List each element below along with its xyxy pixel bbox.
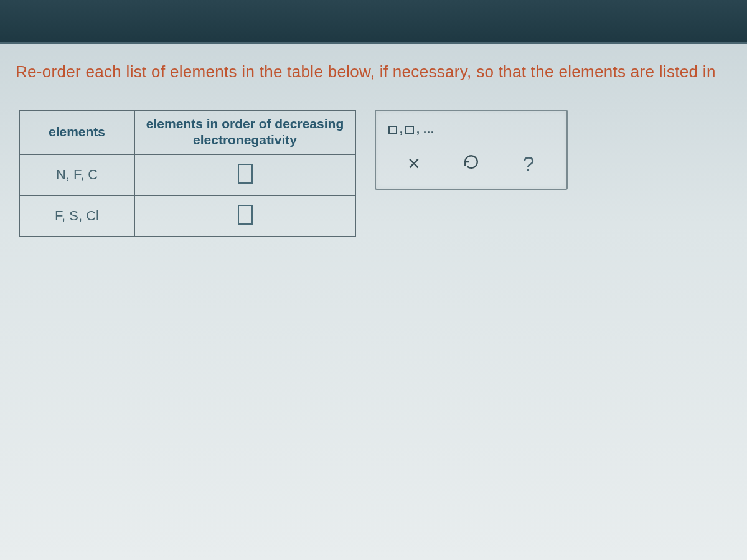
table-row: F, S, Cl bbox=[19, 195, 355, 236]
reset-button[interactable] bbox=[459, 151, 484, 176]
input-pattern-button[interactable]: , , ... bbox=[388, 123, 435, 136]
x-icon: ✕ bbox=[407, 154, 421, 174]
column-header-elements: elements bbox=[19, 110, 134, 154]
clear-button[interactable]: ✕ bbox=[402, 151, 426, 176]
question-prompt: Re-order each list of elements in the ta… bbox=[0, 44, 747, 110]
question-mark-icon: ? bbox=[523, 152, 535, 176]
table-row: N, F, C bbox=[19, 154, 355, 195]
help-button[interactable]: ? bbox=[516, 151, 541, 176]
toolbox-row-actions: ✕ ? bbox=[388, 146, 554, 180]
pattern-dots: ... bbox=[423, 123, 435, 136]
column-header-order: elements in order of decreasing electron… bbox=[134, 110, 355, 154]
pattern-box-icon bbox=[388, 126, 397, 134]
pattern-comma: , bbox=[416, 123, 420, 136]
pattern-comma: , bbox=[400, 123, 403, 136]
elements-table: elements elements in order of decreasing… bbox=[19, 110, 356, 237]
toolbox-panel: , , ... ✕ ? bbox=[375, 110, 568, 190]
element-list-label: F, S, Cl bbox=[55, 208, 99, 223]
answer-input-1[interactable] bbox=[238, 164, 253, 184]
answer-input-2[interactable] bbox=[238, 205, 253, 225]
refresh-icon bbox=[463, 154, 479, 174]
pattern-box-icon bbox=[405, 126, 414, 134]
toolbox-row-hint: , , ... bbox=[388, 119, 554, 146]
header-bar bbox=[0, 0, 747, 44]
content-area: elements elements in order of decreasing… bbox=[0, 110, 747, 237]
element-list-label: N, F, C bbox=[56, 167, 98, 182]
